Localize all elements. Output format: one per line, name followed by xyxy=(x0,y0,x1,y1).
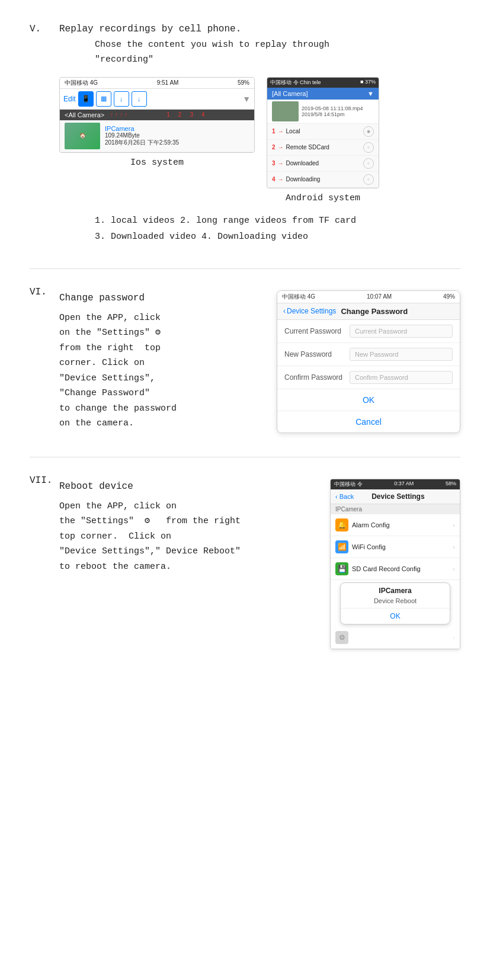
ios-thumb: 🏠 xyxy=(65,123,100,149)
ios-icon-phone[interactable]: 📱 xyxy=(78,91,94,107)
cp-back-chevron: ‹ xyxy=(283,307,286,315)
ios-item-info: IPCamera 109.24MByte 2018年6月26日 下午2:59:3… xyxy=(105,125,179,147)
section-vi-header: VI. Change password Open the APP, click … xyxy=(30,287,460,433)
divider-1 xyxy=(30,268,460,269)
ios-arrows: ↑ ↑ ↑ ↑ xyxy=(110,111,127,118)
roman-numeral-vii: VII. xyxy=(30,475,59,649)
arrow-4: ↑ xyxy=(124,111,127,118)
ios-statusbar: 中国移动 4G 9:51 AM 59% xyxy=(60,78,254,89)
rb-back-link[interactable]: ‹ Back xyxy=(335,493,354,500)
vi-mock-side: 中国移动 4G 10:07 AM 49% ‹ Device Settings C… xyxy=(277,290,460,433)
section-vii-content: Reboot device Open the APP, click on the… xyxy=(59,475,460,649)
arrow-2: ↑ xyxy=(115,111,118,118)
rb-row-partial: ⚙ › xyxy=(331,627,460,649)
reboot-mock: 中国移动 令 0:37 AM 58% ‹ Back Device Setting… xyxy=(330,479,460,649)
rb-signal: 中国移动 令 xyxy=(334,481,363,488)
item-downloaded-radio[interactable]: ○ xyxy=(363,158,374,169)
vii-title: Reboot device xyxy=(59,479,318,494)
rb-sdcard-label: SD Card Record Config xyxy=(352,565,421,572)
rb-wifi-label: WiFi Config xyxy=(352,543,386,550)
section-vi-content: Change password Open the APP, click on t… xyxy=(59,287,460,433)
rb-wifi-chevron: › xyxy=(453,543,455,550)
item-local-radio[interactable]: ◉ xyxy=(363,126,374,137)
item-remote-label: 2 → Remote SDCard xyxy=(272,144,329,150)
item-remote-radio[interactable]: ○ xyxy=(363,142,374,153)
cp-back-label: Device Settings xyxy=(287,307,336,315)
ios-icon-download2[interactable]: ↓ xyxy=(132,91,147,107)
cp-battery: 49% xyxy=(443,293,455,300)
item-downloaded-label: 3 → Downloaded xyxy=(272,160,319,166)
cp-navbar: ‹ Device Settings Change Password xyxy=(277,303,460,320)
android-filter: ▼ xyxy=(367,90,374,97)
ios-allcam-bar: <All Camera> ↑ ↑ ↑ ↑ 1 2 3 xyxy=(60,110,254,120)
item-local-label: 1 → Local xyxy=(272,128,300,134)
vi-text-side: Change password Open the APP, click on t… xyxy=(59,290,265,431)
ios-signal: 中国移动 4G xyxy=(65,79,98,87)
cp-cancel-button[interactable]: Cancel xyxy=(277,411,460,433)
android-date2: 2019/5/8 14:51pm xyxy=(302,111,363,117)
android-mock: 中国移动 令 Chin tele ■ 37% [All Camera] ▼ 20… xyxy=(267,77,379,188)
ios-nums: 1 2 3 4 xyxy=(166,111,204,118)
android-label: Android system xyxy=(267,193,379,203)
section-v-desc: Chose the content you wish to replay thr… xyxy=(95,38,460,68)
cp-input-new[interactable]: New Password xyxy=(350,348,453,361)
cp-label-current: Current Password xyxy=(284,327,350,335)
android-local-row: 2019-05-08 11:11:08.mp4 2019/5/8 14:51pm xyxy=(267,100,379,124)
cp-page-title: Change Password xyxy=(341,307,408,316)
rb-dialog-text: Device Reboot xyxy=(341,596,450,608)
rb-partial-icon: ⚙ xyxy=(335,631,348,644)
legend-list: 1. local videos 2. long range videos fro… xyxy=(95,213,460,245)
cp-input-confirm[interactable]: Confirm Password xyxy=(350,371,453,384)
item-downloading-label: 4 → Downloading xyxy=(272,176,320,182)
rb-alarm-icon: 🔔 xyxy=(335,518,348,531)
rb-dialog: IPCamera Device Reboot OK xyxy=(340,582,450,624)
rb-time: 0:37 AM xyxy=(394,481,414,488)
ios-time: 9:51 AM xyxy=(157,79,179,86)
android-thumb xyxy=(272,101,299,121)
rb-dialog-title: IPCamera xyxy=(341,583,450,596)
ios-icon-grid[interactable]: ▦ xyxy=(96,91,111,107)
section-vii-header: VII. Reboot device Open the APP, click o… xyxy=(30,475,460,649)
roman-numeral-v: V. xyxy=(30,24,59,245)
android-item-remote[interactable]: 2 → Remote SDCard ○ xyxy=(267,140,379,156)
legend-item-1: 1. local videos 2. long range videos fro… xyxy=(95,213,460,229)
cp-time: 10:07 AM xyxy=(367,293,392,300)
ios-camera-item[interactable]: 🏠 IPCamera 109.24MByte 2018年6月26日 下午2:59… xyxy=(60,120,254,152)
rb-row-sdcard[interactable]: 💾 SD Card Record Config › xyxy=(331,558,460,580)
ios-screenshot-wrapper: 中国移动 4G 9:51 AM 59% Edit 📱 ▦ ↓ ↓ xyxy=(59,77,255,168)
screenshots-row: 中国移动 4G 9:51 AM 59% Edit 📱 ▦ ↓ ↓ xyxy=(59,77,460,203)
rb-row-alarm[interactable]: 🔔 Alarm Config › xyxy=(331,514,460,536)
section-vii: VII. Reboot device Open the APP, click o… xyxy=(30,475,460,649)
cp-input-current[interactable]: Current Password xyxy=(350,325,453,338)
android-item-downloading[interactable]: 4 → Downloading ○ xyxy=(267,172,379,188)
section-v-content: Replay recordings by cell phone. Chose t… xyxy=(59,24,460,245)
arrow-1: ↑ xyxy=(110,111,113,118)
ios-icon-download1[interactable]: ↓ xyxy=(114,91,129,107)
num-1: 1 xyxy=(166,111,170,118)
cp-label-new: New Password xyxy=(284,350,350,358)
android-status-left: 中国移动 令 Chin tele xyxy=(270,79,321,87)
ios-cam-date: 2018年6月26日 下午2:59:35 xyxy=(105,139,179,147)
cp-back-link[interactable]: ‹ Device Settings xyxy=(283,307,336,315)
ios-cam-size: 109.24MByte xyxy=(105,132,179,139)
android-item-local[interactable]: 1 → Local ◉ xyxy=(267,124,379,140)
rb-sdcard-icon: 💾 xyxy=(335,562,348,575)
ios-filter-icon[interactable]: ▼ xyxy=(242,94,251,104)
vi-desc: Open the APP, click on the "Settings" ⚙ … xyxy=(59,310,265,431)
item-downloading-radio[interactable]: ○ xyxy=(363,174,374,185)
rb-dialog-overlay: IPCamera Device Reboot OK xyxy=(331,582,460,624)
vii-desc: Open the APP, click on the "Settings" ⚙ … xyxy=(59,499,318,575)
android-statusbar: 中国移动 令 Chin tele ■ 37% xyxy=(267,78,379,88)
rb-sdcard-chevron: › xyxy=(453,565,455,572)
num-3: 3 xyxy=(190,111,193,118)
section-v: V. Replay recordings by cell phone. Chos… xyxy=(30,24,460,245)
num-2: 2 xyxy=(178,111,182,118)
android-item-downloaded[interactable]: 3 → Downloaded ○ xyxy=(267,156,379,172)
rb-dialog-ok-button[interactable]: OK xyxy=(341,608,450,624)
ios-edit-btn[interactable]: Edit xyxy=(63,95,76,103)
cp-ok-button[interactable]: OK xyxy=(277,389,460,411)
android-title: [All Camera] xyxy=(272,90,308,97)
rb-row-wifi[interactable]: 📶 WiFi Config › xyxy=(331,536,460,558)
num-4: 4 xyxy=(201,111,205,118)
change-password-mock: 中国移动 4G 10:07 AM 49% ‹ Device Settings C… xyxy=(277,290,460,433)
